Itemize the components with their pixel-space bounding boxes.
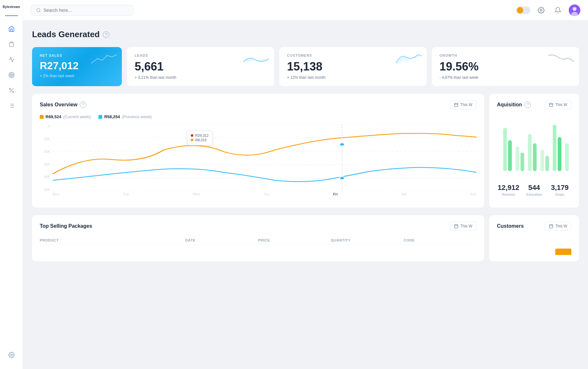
growth-chart — [548, 52, 574, 66]
acq-deals-value: 3,179 — [548, 184, 571, 192]
top-selling-period-button[interactable]: This W — [450, 222, 476, 231]
help-icon[interactable]: ? — [103, 31, 109, 38]
sidebar-item-list[interactable] — [5, 99, 18, 112]
toggle-thumb — [517, 7, 523, 13]
sales-chart-container: 50K 40K 30K 20K 10K 0 — [40, 124, 476, 201]
stats-row: NET SALES R27,012 + 2% than last week LE… — [32, 47, 579, 86]
bell-icon — [554, 7, 561, 14]
svg-rect-38 — [508, 140, 512, 171]
acq-period-button[interactable]: This W — [545, 100, 571, 109]
toggle-track[interactable] — [516, 6, 530, 14]
net-sales-chart — [91, 52, 117, 66]
acq-stats-row: 12,912 Reviews 544 Education 3,179 Deals — [497, 184, 571, 196]
customers-chart — [396, 52, 422, 66]
target-icon — [8, 72, 15, 78]
sidebar-item-target[interactable] — [5, 69, 18, 81]
gear-icon — [538, 7, 545, 14]
theme-toggle[interactable] — [516, 6, 530, 14]
acq-education: 544 Education — [523, 184, 546, 196]
sidebar-bottom — [5, 348, 18, 364]
bottom-section: Top Selling Packages This W PRODUCT DATE… — [32, 215, 579, 261]
settings-button[interactable] — [535, 4, 547, 16]
svg-rect-33 — [549, 103, 553, 107]
chart-icon — [8, 56, 15, 63]
top-selling-panel: Top Selling Packages This W PRODUCT DATE… — [32, 215, 484, 261]
table-header: PRODUCT DATE PRICE QUANTITY CODE — [40, 236, 476, 245]
svg-point-2 — [10, 73, 13, 77]
acq-reviews-label: Reviews — [497, 193, 520, 196]
svg-point-14 — [37, 8, 40, 12]
svg-rect-48 — [454, 225, 458, 228]
acq-period-label: This W — [555, 102, 567, 107]
acq-education-value: 544 — [523, 184, 546, 192]
svg-rect-43 — [540, 150, 544, 171]
notifications-button[interactable] — [552, 4, 564, 16]
customers-chart — [497, 236, 571, 255]
sidebar-item-percent[interactable] — [5, 84, 18, 97]
app-logo: Bytestream — [0, 5, 22, 9]
col-price: PRICE — [258, 238, 331, 242]
svg-rect-47 — [565, 143, 569, 171]
customers-period-label: This W — [555, 224, 567, 228]
sales-chart-svg — [53, 124, 476, 192]
acq-help-icon[interactable]: ? — [525, 102, 531, 108]
sidebar-item-chart[interactable] — [5, 53, 18, 66]
legend-previous-week: R58,254 (Previous week) — [98, 114, 152, 119]
col-quantity: QUANTITY — [331, 238, 404, 242]
sales-period-button[interactable]: This W — [450, 100, 476, 109]
acq-chart-area — [497, 114, 571, 178]
leads-chart — [243, 52, 269, 66]
acq-reviews: 12,912 Reviews — [497, 184, 520, 196]
topbar-right — [516, 4, 580, 16]
x-label-sat: Sat — [401, 192, 407, 201]
sidebar-item-home[interactable] — [5, 22, 18, 35]
sidebar-item-settings[interactable] — [5, 348, 18, 361]
svg-point-32 — [340, 176, 345, 180]
avatar[interactable] — [569, 4, 580, 16]
search-container[interactable] — [31, 5, 133, 16]
chart-inner: R29,312 R8,315 — [53, 124, 476, 192]
top-selling-title: Top Selling Packages — [40, 223, 92, 229]
growth-change: - 4,87% than last week — [440, 75, 571, 80]
sales-period-label: This W — [460, 102, 472, 107]
svg-point-3 — [11, 74, 12, 75]
growth-card: GROWTH 19.56% - 4,87% than last week — [432, 47, 579, 86]
leads-change: + 3,21% than last month — [135, 75, 266, 80]
x-label-mon: Mon — [53, 192, 59, 201]
sales-panel-header: Sales Overview ? This W — [40, 100, 476, 109]
legend-dot-current — [40, 115, 44, 119]
net-sales-change: + 2% than last week — [40, 74, 114, 78]
current-week-value: R69,524 — [46, 114, 61, 119]
acquisition-title: Aquisition — [497, 102, 522, 108]
top-selling-header: Top Selling Packages This W — [40, 222, 476, 231]
clipboard-icon — [8, 41, 15, 47]
svg-point-5 — [9, 88, 11, 89]
svg-rect-46 — [558, 137, 561, 171]
svg-rect-0 — [11, 42, 12, 43]
customers-panel: Customers This W — [489, 215, 579, 261]
user-avatar-icon — [569, 4, 580, 16]
previous-week-value: R58,254 — [104, 114, 120, 119]
acq-chart-svg — [497, 114, 571, 178]
previous-week-label: (Previous week) — [122, 114, 152, 119]
x-label-sun: Sun — [470, 192, 476, 201]
search-input[interactable] — [44, 8, 128, 13]
acq-education-label: Education — [523, 193, 546, 196]
home-icon — [8, 26, 15, 32]
sales-help-icon[interactable]: ? — [80, 102, 86, 108]
svg-point-18 — [573, 7, 576, 11]
x-label-thu: Thu — [264, 192, 270, 201]
x-label-tue: Tue — [123, 192, 129, 201]
top-selling-period-label: This W — [460, 224, 472, 228]
current-week-label: (Current week) — [63, 114, 91, 119]
chart-legend: R69,524 (Current week) R58,254 (Previous… — [40, 114, 476, 119]
svg-rect-20 — [454, 103, 458, 107]
sidebar-item-clipboard[interactable] — [5, 38, 18, 51]
svg-rect-42 — [533, 143, 537, 171]
percent-icon — [8, 87, 15, 94]
sidebar: Bytestream — [0, 0, 23, 369]
x-label-fri: Fri — [333, 192, 338, 201]
customers-period-button[interactable]: This W — [545, 222, 571, 231]
content-area: Leads Generated ? NET SALES R27,012 + 2%… — [23, 20, 588, 369]
svg-point-16 — [540, 9, 542, 11]
